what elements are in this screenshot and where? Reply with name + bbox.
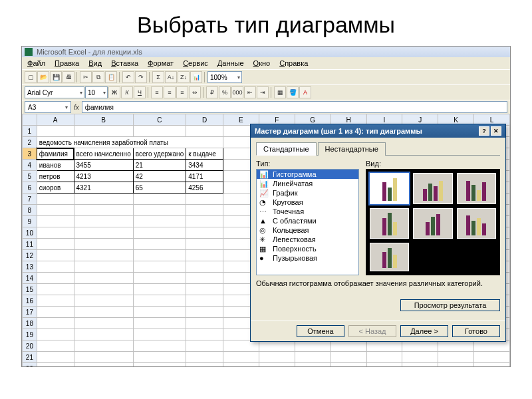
cell[interactable]: 65: [133, 182, 186, 194]
cell[interactable]: [74, 318, 133, 329]
next-button[interactable]: Далее >: [400, 325, 448, 337]
cell[interactable]: [74, 261, 133, 273]
chart-type-item[interactable]: ◎Кольцевая: [257, 225, 358, 235]
chart-subtype-option[interactable]: [457, 208, 496, 239]
cell[interactable]: ведомость начисления заработной платы: [37, 137, 223, 148]
chart-type-item[interactable]: ◔Круговая: [257, 198, 358, 207]
cell[interactable]: [223, 340, 259, 352]
tab-standard[interactable]: Стандартные: [256, 142, 317, 156]
cell[interactable]: [37, 363, 74, 367]
autosum-icon[interactable]: Σ: [152, 71, 164, 83]
cell[interactable]: [402, 352, 438, 363]
chart-subtype-option[interactable]: [370, 173, 409, 204]
menu-data[interactable]: Данные: [215, 59, 247, 68]
cell[interactable]: [74, 352, 133, 363]
cell[interactable]: [295, 340, 331, 352]
cell[interactable]: [37, 307, 74, 318]
cell[interactable]: [74, 307, 133, 318]
print-icon[interactable]: 🖶: [63, 71, 74, 83]
menu-view[interactable]: Вид: [86, 59, 104, 68]
cell[interactable]: [186, 340, 223, 352]
cell[interactable]: [259, 352, 295, 363]
column-header[interactable]: D: [186, 114, 223, 126]
help-icon[interactable]: ?: [479, 126, 489, 136]
row-header[interactable]: 8: [23, 205, 37, 216]
cell[interactable]: [133, 284, 186, 295]
cell[interactable]: [37, 273, 74, 284]
column-header[interactable]: B: [74, 114, 133, 126]
row-header[interactable]: 5: [23, 171, 37, 182]
cell[interactable]: [295, 363, 331, 367]
chart-type-item[interactable]: 📈График: [257, 188, 358, 198]
align-right-icon[interactable]: ≡: [176, 86, 188, 98]
row-header[interactable]: 4: [23, 160, 37, 171]
menu-window[interactable]: Окно: [251, 59, 273, 68]
cell[interactable]: [366, 340, 402, 352]
row-header[interactable]: 10: [23, 227, 37, 239]
cell[interactable]: [186, 318, 223, 329]
cut-icon[interactable]: ✂: [80, 71, 92, 83]
cell[interactable]: [186, 307, 223, 318]
row-header[interactable]: 19: [23, 329, 37, 340]
cell[interactable]: [74, 250, 133, 261]
column-header[interactable]: C: [133, 114, 186, 126]
cell[interactable]: [186, 216, 223, 227]
row-header[interactable]: 12: [23, 250, 37, 261]
cell[interactable]: [74, 194, 133, 205]
row-header[interactable]: 7: [23, 194, 37, 205]
tab-custom[interactable]: Нестандартные: [318, 142, 386, 156]
cell[interactable]: [133, 227, 186, 239]
cell[interactable]: фамилия: [37, 148, 74, 160]
cell[interactable]: [37, 216, 74, 227]
chart-subtype-option[interactable]: [370, 208, 409, 239]
cell[interactable]: [438, 340, 474, 352]
paste-icon[interactable]: 📋: [105, 71, 117, 83]
dialog-titlebar[interactable]: Мастер диаграмм (шаг 1 из 4): тип диагра…: [251, 124, 505, 138]
cell[interactable]: [186, 352, 223, 363]
percent-icon[interactable]: %: [219, 86, 231, 98]
cell[interactable]: 42: [133, 171, 186, 182]
cell[interactable]: [133, 261, 186, 273]
cell[interactable]: [133, 273, 186, 284]
cell[interactable]: [259, 340, 295, 352]
merge-center-icon[interactable]: ⇔: [189, 86, 201, 98]
cell[interactable]: [223, 352, 259, 363]
cell[interactable]: [37, 295, 74, 307]
cell[interactable]: 3434: [186, 160, 223, 171]
zoom-combo[interactable]: 100%: [207, 71, 242, 83]
cell[interactable]: [133, 205, 186, 216]
cell[interactable]: [74, 295, 133, 307]
cell[interactable]: [37, 352, 74, 363]
cell[interactable]: [186, 261, 223, 273]
menu-edit[interactable]: Правка: [52, 59, 82, 68]
row-header[interactable]: 13: [23, 261, 37, 273]
cell[interactable]: [366, 363, 402, 367]
cell[interactable]: к выдаче: [186, 148, 223, 160]
formula-input[interactable]: фамилия: [82, 101, 507, 113]
cell[interactable]: [186, 194, 223, 205]
cell[interactable]: [223, 363, 259, 367]
cell[interactable]: [133, 307, 186, 318]
cell[interactable]: [37, 126, 74, 137]
cell[interactable]: [402, 363, 438, 367]
align-left-icon[interactable]: ≡: [151, 86, 163, 98]
chart-type-item[interactable]: ✳Лепестковая: [257, 235, 358, 244]
row-header[interactable]: 16: [23, 295, 37, 307]
cell[interactable]: [74, 126, 133, 137]
cell[interactable]: [37, 329, 74, 340]
cell[interactable]: 4171: [186, 171, 223, 182]
cell[interactable]: [133, 216, 186, 227]
chart-wizard-icon[interactable]: 📊: [190, 71, 202, 83]
cell[interactable]: [133, 363, 186, 367]
row-header[interactable]: 21: [23, 352, 37, 363]
chart-type-item[interactable]: 📊Гистограмма: [257, 170, 358, 179]
cell[interactable]: [438, 363, 474, 367]
cell[interactable]: [74, 239, 133, 250]
cell[interactable]: [74, 363, 133, 367]
chart-type-item[interactable]: ⋯Точечная: [257, 207, 358, 216]
chart-type-item[interactable]: ▦Поверхность: [257, 244, 358, 253]
preview-result-button[interactable]: Просмотр результата: [400, 299, 500, 311]
cell[interactable]: сиоров: [37, 182, 74, 194]
cell[interactable]: [133, 340, 186, 352]
decrease-indent-icon[interactable]: ⇤: [244, 86, 256, 98]
